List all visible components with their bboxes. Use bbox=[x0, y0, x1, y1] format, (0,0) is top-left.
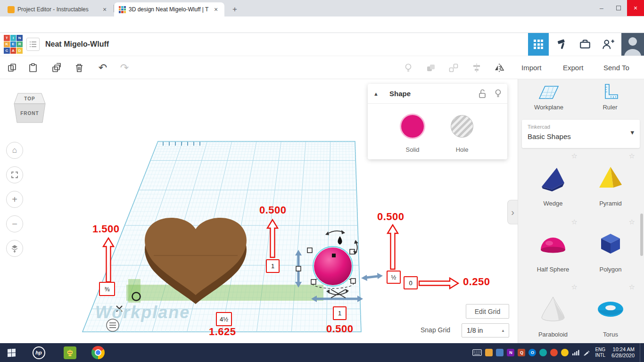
unlock-icon[interactable] bbox=[479, 89, 486, 98]
shape-item-torus[interactable]: ☆ Torus bbox=[584, 283, 637, 340]
favorite-star-icon[interactable]: ☆ bbox=[629, 218, 635, 226]
hole-option[interactable] bbox=[451, 115, 473, 138]
tinkercad-header: T I N K E R C A D Neat Migelo-Wluff bbox=[0, 33, 644, 56]
annotation-right-height: 0.500 bbox=[377, 211, 405, 223]
tray-app-icon[interactable]: Q bbox=[518, 349, 525, 356]
redo-button[interactable]: ↷ bbox=[118, 61, 131, 74]
onenote-tray-icon[interactable]: N bbox=[507, 349, 514, 356]
export-button[interactable]: Export bbox=[563, 56, 583, 79]
start-button[interactable] bbox=[0, 343, 23, 362]
visibility-bulb-icon[interactable] bbox=[495, 89, 502, 98]
dimension-input[interactable]: ⅜ bbox=[99, 282, 115, 296]
favorite-star-icon[interactable]: ☆ bbox=[629, 152, 635, 160]
dimension-input[interactable]: ½ bbox=[387, 271, 401, 284]
snap-grid-dropdown[interactable]: 1/8 in ▲ bbox=[462, 323, 509, 337]
pen-icon[interactable] bbox=[583, 349, 590, 356]
window-close-button[interactable]: × bbox=[627, 0, 644, 16]
instructables-app-icon[interactable] bbox=[60, 343, 79, 362]
sidebar-collapse-chevron[interactable]: › bbox=[507, 200, 518, 224]
tools-hammer-icon[interactable] bbox=[556, 38, 569, 50]
ruler-tool[interactable]: Ruler bbox=[582, 83, 638, 117]
snap-grid-caret-icon: ▲ bbox=[501, 329, 505, 333]
ungroup-button[interactable] bbox=[447, 61, 460, 74]
browser-nav-bar: ← → ↻ tinkercad.com/things/19MJ21YxRMn-n… bbox=[0, 16, 644, 33]
windows-taskbar: hp N Q O bbox=[0, 343, 644, 362]
clock[interactable]: 10:24 AM6/28/2020 bbox=[611, 346, 635, 359]
view-cube[interactable]: TOP FRONT bbox=[12, 89, 47, 125]
tray-app-icon[interactable] bbox=[496, 349, 504, 356]
dashboard-grid-button[interactable] bbox=[528, 33, 549, 56]
shape-item-half-sphere[interactable]: ☆ Half Sphere bbox=[527, 218, 579, 275]
dimension-input[interactable]: 0 bbox=[404, 276, 418, 289]
viewport[interactable]: TOP FRONT ⌂ + − Workplane 1.500 0.500 0.… bbox=[0, 79, 644, 343]
browser-tab-tinkercad[interactable]: 3D design Neat Migelo-Wluff | T × bbox=[114, 2, 224, 16]
tab-close-icon[interactable]: × bbox=[101, 6, 108, 13]
hp-app-icon[interactable]: hp bbox=[29, 343, 48, 362]
import-button[interactable]: Import bbox=[521, 56, 542, 79]
duplicate-button[interactable] bbox=[50, 61, 63, 74]
language-indicator[interactable]: ENGINTL bbox=[595, 347, 605, 358]
align-button[interactable] bbox=[470, 61, 483, 74]
view-cube-top-label[interactable]: TOP bbox=[24, 96, 35, 101]
favorite-star-icon[interactable]: ☆ bbox=[571, 152, 578, 160]
tab-close-icon[interactable]: × bbox=[212, 6, 220, 13]
edit-grid-button[interactable]: Edit Grid bbox=[466, 304, 509, 319]
paste-button[interactable] bbox=[26, 61, 40, 74]
height-handle[interactable] bbox=[332, 254, 336, 257]
shape-item-wedge[interactable]: ☆ Wedge bbox=[527, 152, 579, 209]
shape-item-paraboloid[interactable]: ☆ Paraboloid bbox=[527, 283, 579, 340]
show-desktop-sliver[interactable] bbox=[640, 343, 641, 362]
screen: Project Editor - Instructables × 3D desi… bbox=[0, 0, 644, 362]
new-tab-button[interactable]: + bbox=[229, 4, 240, 15]
undo-button[interactable]: ↶ bbox=[96, 61, 109, 74]
show-all-bulb-icon[interactable] bbox=[402, 61, 415, 74]
dimension-input[interactable]: 1 bbox=[266, 259, 280, 273]
favorite-star-icon[interactable]: ☆ bbox=[571, 218, 578, 226]
mirror-flip-button[interactable] bbox=[493, 61, 506, 74]
design-menu-icon[interactable] bbox=[26, 38, 40, 51]
delete-button[interactable] bbox=[73, 61, 86, 74]
tray-app-icon[interactable] bbox=[485, 349, 493, 356]
copy-button[interactable] bbox=[6, 61, 19, 74]
briefcase-icon[interactable] bbox=[579, 38, 591, 50]
fit-view-button[interactable] bbox=[6, 166, 23, 183]
touch-keyboard-icon[interactable] bbox=[472, 349, 482, 356]
window-restore-button[interactable] bbox=[610, 0, 627, 16]
shape-inspector-panel: ▲ Shape Solid Hole bbox=[368, 84, 507, 159]
browser-tab-bar: Project Editor - Instructables × 3D desi… bbox=[0, 0, 644, 16]
invite-person-icon[interactable] bbox=[602, 38, 615, 50]
date-text: 6/28/2020 bbox=[611, 353, 635, 359]
view-cube-front-label[interactable]: FRONT bbox=[20, 111, 39, 116]
panel-collapse-icon[interactable]: ▲ bbox=[373, 91, 386, 97]
dimension-input[interactable]: 4½ bbox=[216, 312, 232, 326]
zoom-out-button[interactable]: − bbox=[6, 215, 23, 232]
solid-option[interactable] bbox=[401, 115, 424, 138]
group-button[interactable] bbox=[424, 61, 438, 74]
zoom-in-button[interactable]: + bbox=[6, 191, 23, 208]
tray-app-icon[interactable]: O bbox=[528, 349, 536, 356]
system-tray: N Q O ENGINTL 10:24 AM6/28/2020 bbox=[472, 343, 641, 362]
workplane-view-button[interactable] bbox=[6, 240, 23, 257]
tray-app-icon[interactable] bbox=[550, 349, 558, 356]
wedge-icon bbox=[538, 163, 568, 193]
shape-item-pyramid[interactable]: ☆ Pyramid bbox=[584, 152, 637, 209]
shape-item-polygon[interactable]: ☆ Polygon bbox=[584, 218, 637, 275]
workplane-watermark: Workplane bbox=[95, 303, 190, 322]
dimension-input[interactable]: 1 bbox=[333, 306, 347, 320]
chrome-app-icon[interactable] bbox=[88, 343, 108, 362]
tray-app-icon[interactable] bbox=[539, 349, 547, 356]
workplane-tool[interactable]: Workplane bbox=[520, 83, 577, 117]
tray-app-icon[interactable] bbox=[561, 349, 569, 356]
network-signal-icon[interactable] bbox=[572, 349, 579, 356]
tinkercad-favicon bbox=[119, 6, 126, 13]
window-minimize-button[interactable]: – bbox=[593, 0, 610, 16]
tinkercad-logo[interactable]: T I N K E R C A D bbox=[4, 35, 23, 54]
browser-tab-instructables[interactable]: Project Editor - Instructables × bbox=[3, 2, 113, 16]
shape-category-dropdown[interactable]: Tinkercad Basic Shapes ▾ bbox=[522, 120, 640, 148]
send-to-button[interactable]: Send To bbox=[603, 56, 629, 79]
favorite-star-icon[interactable]: ☆ bbox=[629, 283, 635, 291]
home-view-button[interactable]: ⌂ bbox=[6, 142, 23, 159]
account-avatar[interactable] bbox=[621, 33, 644, 56]
sidebar-scrollbar[interactable] bbox=[640, 214, 643, 256]
favorite-star-icon[interactable]: ☆ bbox=[571, 283, 578, 291]
